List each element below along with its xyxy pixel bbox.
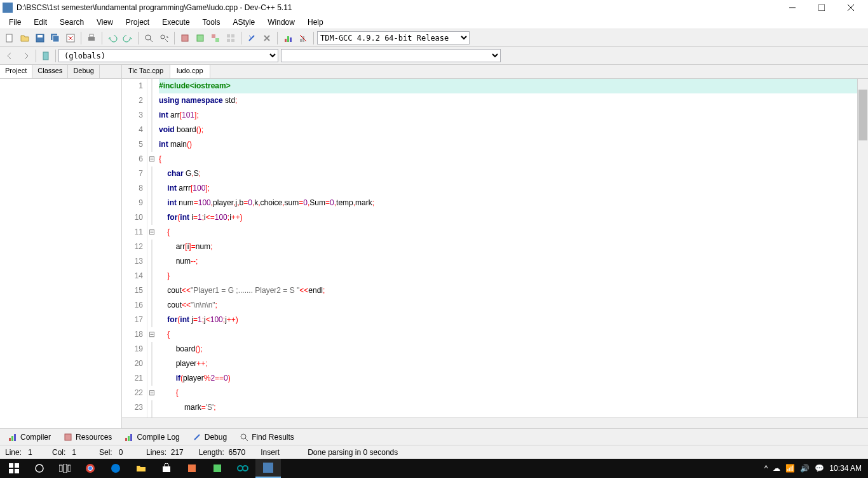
- menu-astyle[interactable]: AStyle: [227, 17, 262, 28]
- system-tray[interactable]: ^ ☁ 📶 🔊 💬 10:34 AM: [759, 464, 867, 473]
- goto-prev-button[interactable]: [3, 49, 17, 63]
- titlebar: D:\BSCS\1st semester\fundamental program…: [0, 0, 868, 15]
- filetab-1[interactable]: ludo.cpp: [170, 65, 210, 78]
- sidetab-project[interactable]: Project: [0, 65, 32, 78]
- fold-column[interactable]: ⊟⊟⊟⊟: [147, 79, 156, 417]
- tray-up-icon[interactable]: ^: [764, 464, 768, 473]
- menu-window[interactable]: Window: [261, 17, 301, 28]
- find-button[interactable]: [142, 31, 156, 45]
- svg-rect-57: [65, 434, 71, 440]
- svg-rect-65: [9, 469, 13, 473]
- svg-rect-56: [14, 434, 16, 441]
- undo-button[interactable]: [105, 31, 119, 45]
- cortana-icon[interactable]: [27, 459, 52, 478]
- rebuild-button[interactable]: [224, 31, 238, 45]
- save-button[interactable]: [33, 31, 47, 45]
- print-button[interactable]: [85, 31, 98, 45]
- svg-rect-21: [227, 34, 230, 37]
- clock[interactable]: 10:34 AM: [829, 464, 862, 473]
- svg-rect-28: [287, 36, 289, 42]
- run-button[interactable]: [193, 31, 207, 45]
- menu-file[interactable]: File: [3, 17, 27, 28]
- bottomtab-debug[interactable]: Debug: [187, 430, 233, 444]
- horizontal-scrollbar[interactable]: [122, 417, 868, 428]
- svg-rect-70: [68, 465, 71, 471]
- close-file-button[interactable]: [64, 31, 78, 45]
- bottomtab-compilelog[interactable]: Compile Log: [119, 430, 185, 444]
- svg-point-16: [161, 35, 165, 39]
- status-line-label: Line:: [5, 448, 22, 457]
- volume-icon[interactable]: 🔊: [800, 464, 810, 473]
- edge-icon[interactable]: [103, 459, 128, 478]
- notifications-icon[interactable]: 💬: [815, 464, 824, 473]
- code-editor[interactable]: #include<iostream>using namespace std;in…: [156, 79, 857, 417]
- app2-icon[interactable]: [205, 459, 230, 478]
- file-tabs: Tic Tac.cppludo.cpp: [122, 65, 868, 79]
- menu-search[interactable]: Search: [53, 17, 90, 28]
- compiler-select[interactable]: TDM-GCC 4.9.2 64-bit Release: [317, 31, 470, 44]
- svg-point-61: [241, 434, 246, 439]
- svg-rect-4: [6, 34, 12, 42]
- scope-select[interactable]: (globals): [58, 49, 278, 62]
- svg-rect-22: [231, 34, 234, 37]
- debug-button[interactable]: [245, 31, 259, 45]
- menubar: FileEditSearchViewProjectExecuteToolsASt…: [0, 15, 868, 29]
- code-container: 123456789101112131415161718192021222324 …: [122, 79, 868, 417]
- store-icon[interactable]: [154, 459, 179, 478]
- taskview-icon[interactable]: [52, 459, 78, 478]
- maximize-button[interactable]: [807, 0, 836, 15]
- stop-button[interactable]: [260, 31, 274, 45]
- filetab-0[interactable]: Tic Tac.cpp: [122, 65, 170, 78]
- open-button[interactable]: [18, 31, 32, 45]
- sidetab-debug[interactable]: Debug: [68, 65, 99, 78]
- devcpp-taskbar-icon[interactable]: [255, 459, 281, 478]
- close-button[interactable]: [836, 0, 865, 15]
- svg-rect-54: [9, 438, 11, 441]
- redo-button[interactable]: [121, 31, 135, 45]
- svg-rect-8: [53, 36, 59, 42]
- svg-line-62: [245, 438, 248, 441]
- cloud-icon[interactable]: ☁: [773, 464, 780, 473]
- menu-tools[interactable]: Tools: [196, 17, 227, 28]
- goto-next-button[interactable]: [19, 49, 33, 63]
- delete-profile-button[interactable]: [296, 31, 310, 45]
- menu-view[interactable]: View: [90, 17, 119, 28]
- minimize-button[interactable]: [778, 0, 807, 15]
- wifi-icon[interactable]: 📶: [785, 464, 795, 473]
- menu-help[interactable]: Help: [301, 17, 330, 28]
- status-mode: Insert: [261, 448, 292, 457]
- bottomtab-compiler[interactable]: Compiler: [3, 430, 57, 444]
- editor-area: Tic Tac.cppludo.cpp 12345678910111213141…: [122, 65, 868, 428]
- svg-rect-55: [11, 436, 13, 441]
- arduino-icon[interactable]: [230, 459, 255, 478]
- svg-point-78: [243, 466, 248, 471]
- menu-execute[interactable]: Execute: [156, 17, 196, 28]
- compile-run-button[interactable]: [208, 31, 222, 45]
- compile-button[interactable]: [178, 31, 192, 45]
- vertical-scrollbar[interactable]: [857, 79, 868, 417]
- start-button[interactable]: [1, 459, 27, 478]
- profile-button[interactable]: [281, 31, 295, 45]
- findresults-icon: [240, 433, 248, 442]
- line-gutter: 123456789101112131415161718192021222324: [122, 79, 147, 417]
- explorer-icon[interactable]: [128, 459, 154, 478]
- svg-rect-13: [90, 34, 93, 37]
- bottomtab-findresults[interactable]: Find Results: [234, 430, 300, 444]
- compilelog-icon: [125, 433, 133, 442]
- bottomtab-resources[interactable]: Resources: [58, 430, 118, 444]
- menu-edit[interactable]: Edit: [27, 17, 53, 28]
- resources-icon: [64, 433, 72, 442]
- menu-project[interactable]: Project: [119, 17, 156, 28]
- replace-button[interactable]: [157, 31, 171, 45]
- sidebar-content: [0, 79, 121, 428]
- new-file-button[interactable]: [3, 31, 17, 45]
- app1-icon[interactable]: [179, 459, 205, 478]
- toggle-bookmark-button[interactable]: [39, 49, 53, 63]
- sidetab-classes[interactable]: Classes: [32, 65, 68, 78]
- member-select[interactable]: [281, 49, 501, 62]
- svg-line-15: [150, 39, 153, 42]
- compiler-icon: [8, 433, 17, 442]
- svg-rect-58: [125, 438, 127, 441]
- save-all-button[interactable]: [48, 31, 62, 45]
- chrome-icon[interactable]: [78, 459, 103, 478]
